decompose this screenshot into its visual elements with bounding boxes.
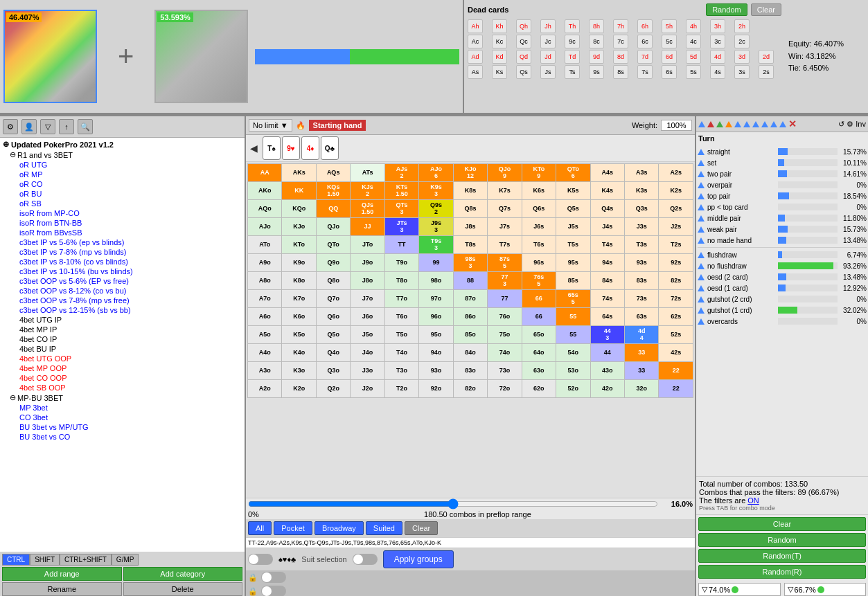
card-7h[interactable]: 7h	[613, 19, 628, 33]
cell-62[interactable]: 62s	[659, 308, 693, 326]
tree-item-c3bet-3[interactable]: c3bet IP vs 8-10% (co vs blinds)	[18, 257, 243, 267]
card-2c[interactable]: 2c	[734, 35, 750, 48]
cell-57[interactable]: 75o	[488, 326, 522, 344]
card-2h[interactable]: 2h	[734, 19, 750, 33]
card-kd[interactable]: Kd	[492, 50, 507, 64]
cell-8A[interactable]: A8o	[248, 272, 282, 290]
cell-QA[interactable]: AQo	[248, 200, 282, 218]
card-9c[interactable]: 9c	[565, 35, 580, 48]
cell-65[interactable]: 55	[556, 308, 590, 326]
cell-T9[interactable]: T9s 3	[419, 236, 453, 254]
filter-icon-left[interactable]: ▽	[40, 119, 55, 134]
cell-9J[interactable]: J9o	[351, 254, 384, 272]
card-8c[interactable]: 8c	[589, 35, 604, 48]
cell-AQ[interactable]: AQs	[316, 164, 350, 182]
filter-tri-straight[interactable]	[698, 149, 705, 155]
cell-KJ[interactable]: KJs 2	[351, 182, 384, 200]
card-4c[interactable]: 4c	[686, 35, 701, 48]
cell-5J[interactable]: J5o	[351, 326, 384, 344]
tree-item-4bet-utg-ip[interactable]: 4bet UTG IP	[18, 315, 243, 325]
nav-left-arrow[interactable]: ◀	[248, 143, 260, 154]
cell-34[interactable]: 43o	[590, 362, 624, 380]
cell-J3[interactable]: J3s	[624, 218, 658, 236]
filters-on-link[interactable]: ON	[747, 496, 759, 505]
close-icon[interactable]: ✕	[788, 118, 797, 129]
filter-tri-pp-top[interactable]	[698, 204, 705, 210]
card-js[interactable]: Js	[540, 65, 556, 79]
cell-J4[interactable]: J4s	[590, 218, 624, 236]
cell-7Q[interactable]: Q7o	[316, 290, 350, 308]
cell-99[interactable]: 99	[419, 254, 453, 272]
cell-9A[interactable]: A9o	[248, 254, 282, 272]
cell-87[interactable]: 77 3	[488, 272, 522, 290]
card-5s[interactable]: 5s	[686, 65, 701, 79]
cell-45[interactable]: 54o	[556, 344, 590, 362]
tree-item-c3bet-oop1[interactable]: c3bet OOP vs 5-6% (EP vs free)	[18, 276, 243, 286]
tree-item-c3bet-oop3[interactable]: c3bet OOP vs 7-8% (mp vs free)	[18, 296, 243, 305]
cell-8Q[interactable]: Q8o	[316, 272, 350, 290]
filter-tri-9[interactable]	[770, 121, 777, 127]
filter-tri-gut1[interactable]	[698, 307, 705, 314]
cell-7A[interactable]: A7o	[248, 290, 282, 308]
cell-4J[interactable]: J4o	[351, 344, 384, 362]
cell-Q4[interactable]: Q4s	[590, 200, 624, 218]
card-3h[interactable]: 3h	[710, 19, 725, 33]
cell-A3[interactable]: A3s	[624, 164, 658, 182]
hand-matrix-thumbnail[interactable]: 46.407%	[3, 10, 97, 103]
cell-TQ[interactable]: QTo	[316, 236, 350, 254]
search-icon[interactable]: 🔍	[78, 119, 93, 134]
ctrl-mode-btn[interactable]: CTRL	[2, 554, 30, 566]
card-kh[interactable]: Kh	[492, 19, 507, 33]
cell-85[interactable]: 85s	[556, 272, 590, 290]
card-jc[interactable]: Jc	[540, 35, 556, 48]
tree-item-or-co[interactable]: oR CO	[18, 179, 243, 189]
cell-TT[interactable]: TT	[384, 236, 418, 254]
cell-KT[interactable]: KTs 1.50	[384, 182, 418, 200]
tree-item-c3bet-1[interactable]: c3bet IP vs 5-6% (ep vs blinds)	[18, 237, 243, 247]
tree-item-isor-btn-bb[interactable]: isoR from BTN-BB	[18, 218, 243, 228]
clear-button-top[interactable]: Clear	[751, 3, 781, 16]
card-3d[interactable]: 3d	[734, 50, 750, 64]
card-qs[interactable]: Qs	[516, 65, 531, 79]
cell-39[interactable]: 93o	[419, 362, 453, 380]
cell-TK[interactable]: KTo	[282, 236, 316, 254]
cell-29[interactable]: 92o	[419, 380, 453, 398]
card-td[interactable]: Td	[565, 50, 580, 64]
cell-8J[interactable]: J8o	[351, 272, 384, 290]
cell-QT[interactable]: QTs 3	[384, 200, 418, 218]
tree-item-4bet-bu-ip[interactable]: 4bet BU IP	[18, 344, 243, 354]
cell-2T[interactable]: T2o	[384, 380, 418, 398]
board-card-qc[interactable]: Q♣	[321, 136, 339, 160]
cell-KA[interactable]: AKo	[248, 182, 282, 200]
cell-83[interactable]: 83s	[624, 272, 658, 290]
cell-97[interactable]: 87s 5	[488, 254, 522, 272]
random-r-button[interactable]: Random(R)	[698, 565, 866, 579]
cell-69[interactable]: 96o	[419, 308, 453, 326]
card-5h[interactable]: 5h	[662, 19, 677, 33]
cell-67[interactable]: 76o	[488, 308, 522, 326]
card-qc[interactable]: Qc	[516, 35, 531, 48]
cell-6K[interactable]: K6o	[282, 308, 316, 326]
cell-A2[interactable]: A2s	[659, 164, 693, 182]
cell-A8[interactable]: KJo 12	[453, 164, 487, 182]
cell-A9[interactable]: AJo 6	[419, 164, 453, 182]
tree-item-c3bet-4[interactable]: c3bet IP vs 10-15% (bu vs blinds)	[18, 267, 243, 276]
card-ac[interactable]: Ac	[468, 35, 483, 48]
cell-3Q[interactable]: Q3o	[316, 362, 350, 380]
cell-AK[interactable]: AKs	[282, 164, 316, 182]
cell-JK[interactable]: KJo	[282, 218, 316, 236]
cell-77[interactable]: 77	[488, 290, 522, 308]
cell-K6[interactable]: K6s	[522, 182, 556, 200]
cell-28[interactable]: 82o	[453, 380, 487, 398]
card-qh[interactable]: Qh	[516, 19, 531, 33]
cell-9T[interactable]: T9o	[384, 254, 418, 272]
cell-55[interactable]: 55	[556, 326, 590, 344]
cell-KK[interactable]: KK	[282, 182, 316, 200]
cell-A4[interactable]: A4s	[590, 164, 624, 182]
cell-6J[interactable]: J6o	[351, 308, 384, 326]
cell-JJ[interactable]: JJ	[351, 218, 384, 236]
cell-Q7[interactable]: Q7s	[488, 200, 522, 218]
card-3c[interactable]: 3c	[710, 35, 725, 48]
refresh-icon[interactable]: ↺	[838, 120, 844, 129]
cell-6Q[interactable]: Q6o	[316, 308, 350, 326]
